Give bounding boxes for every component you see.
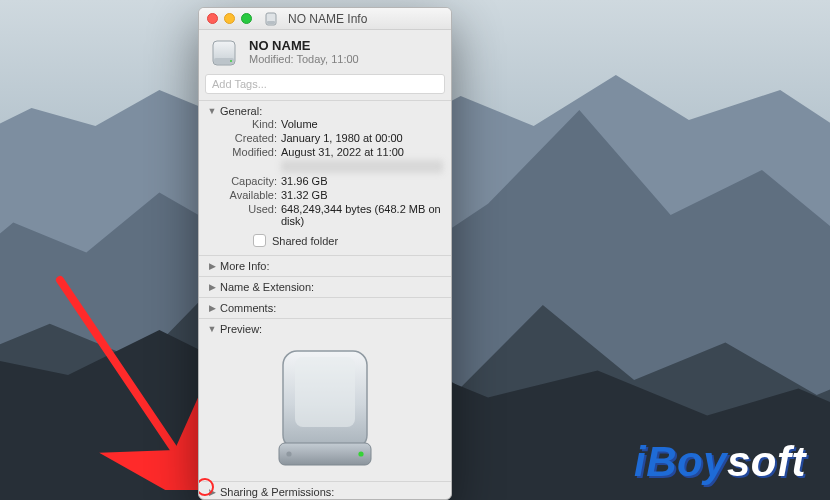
disclosure-right-icon: ▶ (207, 261, 217, 271)
watermark-rest: soft (727, 438, 806, 485)
watermark-logo: iBoysoft (634, 438, 806, 486)
section-general: ▼ General: Kind:Volume Created:January 1… (199, 100, 451, 255)
section-comments-label: Comments: (220, 302, 276, 314)
section-preview-label: Preview: (220, 323, 262, 335)
section-name-extension: ▶ Name & Extension: (199, 276, 451, 297)
section-comments-header[interactable]: ▶ Comments: (207, 302, 443, 314)
window-title: NO NAME Info (288, 12, 367, 26)
volume-name: NO NAME (249, 38, 359, 53)
available-label: Available: (207, 189, 281, 201)
window-zoom-button[interactable] (241, 13, 252, 24)
disclosure-down-icon: ▼ (207, 324, 217, 334)
svg-rect-11 (295, 357, 355, 427)
get-info-window: NO NAME Info NO NAME Modified: Today, 11… (198, 7, 452, 500)
available-value: 31.32 GB (281, 189, 443, 201)
volume-icon (209, 38, 239, 68)
section-preview: ▼ Preview: (199, 318, 451, 481)
section-sharing-permissions-header[interactable]: ▶ Sharing & Permissions: (207, 486, 443, 498)
section-more-info-header[interactable]: ▶ More Info: (207, 260, 443, 272)
watermark-accent: iBoy (634, 438, 727, 485)
svg-rect-3 (267, 21, 275, 24)
section-general-label: General: (220, 105, 262, 117)
kind-label: Kind: (207, 118, 281, 130)
svg-point-6 (230, 60, 232, 62)
section-preview-header[interactable]: ▼ Preview: (207, 323, 443, 335)
capacity-value: 31.96 GB (281, 175, 443, 187)
created-label: Created: (207, 132, 281, 144)
modified-label: Modified: (207, 146, 281, 158)
section-general-header[interactable]: ▼ General: (207, 105, 443, 117)
disclosure-right-icon: ▶ (207, 282, 217, 292)
section-sharing-permissions: ▶ Sharing & Permissions: (199, 481, 451, 500)
svg-point-10 (286, 451, 291, 456)
titlebar-volume-icon (264, 12, 278, 26)
disclosure-right-icon: ▶ (207, 487, 217, 497)
titlebar[interactable]: NO NAME Info (199, 8, 451, 30)
section-comments: ▶ Comments: (199, 297, 451, 318)
shared-folder-label: Shared folder (272, 235, 338, 247)
capacity-label: Capacity: (207, 175, 281, 187)
section-more-info-label: More Info: (220, 260, 270, 272)
used-label: Used: (207, 203, 281, 227)
used-value: 648,249,344 bytes (648.2 MB on disk) (281, 203, 443, 227)
window-minimize-button[interactable] (224, 13, 235, 24)
modified-value: August 31, 2022 at 11:00 (281, 146, 443, 158)
redacted-row (281, 160, 443, 173)
shared-folder-checkbox[interactable] (253, 234, 266, 247)
tags-placeholder: Add Tags... (212, 78, 267, 90)
preview-volume-icon (265, 343, 385, 473)
section-name-extension-label: Name & Extension: (220, 281, 314, 293)
disclosure-down-icon: ▼ (207, 106, 217, 116)
svg-rect-8 (279, 443, 371, 465)
volume-header: NO NAME Modified: Today, 11:00 (199, 30, 451, 74)
section-more-info: ▶ More Info: (199, 255, 451, 276)
created-value: January 1, 1980 at 00:00 (281, 132, 443, 144)
section-name-extension-header[interactable]: ▶ Name & Extension: (207, 281, 443, 293)
window-close-button[interactable] (207, 13, 218, 24)
volume-modified-summary: Modified: Today, 11:00 (249, 53, 359, 65)
section-sharing-permissions-label: Sharing & Permissions: (220, 486, 334, 498)
tags-input[interactable]: Add Tags... (205, 74, 445, 94)
disclosure-right-icon: ▶ (207, 303, 217, 313)
kind-value: Volume (281, 118, 443, 130)
svg-point-9 (358, 451, 363, 456)
